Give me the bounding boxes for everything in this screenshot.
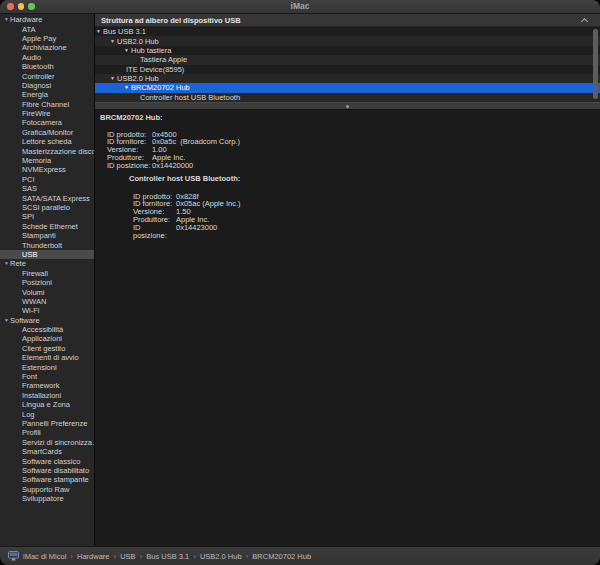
sidebar-item-elementi-di-avvio[interactable]: Elementi di avvio	[0, 353, 94, 362]
sidebar-item-label: Masterizzazione disco	[22, 147, 94, 156]
tree-row-brcm20702-hub[interactable]: ▼BRCM20702 Hub	[95, 83, 600, 92]
sidebar-item-estensioni[interactable]: Estensioni	[0, 362, 94, 371]
sidebar-item-fibre-channel[interactable]: Fibre Channel	[0, 100, 94, 109]
sidebar-item-label: Fibre Channel	[22, 100, 69, 109]
disclosure-triangle-icon[interactable]: ▼	[110, 39, 115, 44]
sidebar-item-firewire[interactable]: FireWire	[0, 109, 94, 118]
sidebar-item-sata-sata-express[interactable]: SATA/SATA Express	[0, 193, 94, 202]
sidebar-item-diagnosi[interactable]: Diagnosi	[0, 81, 94, 90]
sidebar-item-thunderbolt[interactable]: Thunderbolt	[0, 240, 94, 249]
sidebar-item-ata[interactable]: ATA	[0, 24, 94, 33]
sidebar-item-software-stampante[interactable]: Software stampante	[0, 475, 94, 484]
content-pane: Struttura ad albero del dispositivo USB …	[95, 14, 600, 546]
detail-field-id-posizione: ID posizione:0x14420000	[107, 162, 600, 170]
sidebar-section-rete[interactable]: ▼Rete	[0, 259, 94, 268]
sidebar-item-label: Accessibilità	[22, 325, 63, 334]
sidebar-item-profili[interactable]: Profili	[0, 428, 94, 437]
sidebar-item-nvmexpress[interactable]: NVMExpress	[0, 165, 94, 174]
sidebar-item-servizi-di-sincronizza[interactable]: Servizi di sincronizza…	[0, 438, 94, 447]
tree-row-controller-host-usb-bluetooth[interactable]: Controller host USB Bluetooth	[95, 93, 600, 102]
tree-row-usb2-0-hub[interactable]: ▼USB2.0 Hub	[95, 74, 600, 83]
disclosure-triangle-icon[interactable]: ▼	[110, 76, 115, 81]
tree-row-ite-device-8595[interactable]: ITE Device(8595)	[95, 65, 600, 74]
sidebar-section-hardware[interactable]: ▼Hardware	[0, 15, 94, 24]
sidebar-item-stampanti[interactable]: Stampanti	[0, 231, 94, 240]
sidebar-item-installazioni[interactable]: Installazioni	[0, 391, 94, 400]
breadcrumb-item-usb[interactable]: USB	[120, 552, 135, 561]
breadcrumb-item-imac-di-micol[interactable]: iMac di Micol	[23, 552, 66, 561]
disclosure-triangle-icon[interactable]: ▼	[96, 29, 101, 34]
sidebar-item-posizioni[interactable]: Posizioni	[0, 278, 94, 287]
detail-field-label: ID posizione:	[133, 224, 176, 240]
tree-scrollbar[interactable]	[593, 29, 598, 99]
minimize-button[interactable]	[18, 3, 25, 10]
sidebar-item-volumi[interactable]: Volumi	[0, 287, 94, 296]
sidebar-item-usb[interactable]: USB	[0, 250, 94, 259]
tree-row-hub-tastiera[interactable]: ▼Hub tastiera	[95, 46, 600, 55]
disclosure-triangle-icon[interactable]: ▼	[124, 48, 129, 53]
sidebar-item-wwan[interactable]: WWAN	[0, 297, 94, 306]
breadcrumb-item-bus-usb-3-1[interactable]: Bus USB 3.1	[146, 552, 189, 561]
tree-column-header-label: Struttura ad albero del dispositivo USB	[101, 16, 241, 25]
sidebar-item-apple-pay[interactable]: Apple Pay	[0, 34, 94, 43]
sidebar-item-pci[interactable]: PCI	[0, 175, 94, 184]
sidebar-item-lettore-scheda[interactable]: Lettore scheda	[0, 137, 94, 146]
sidebar-item-energia[interactable]: Energia	[0, 90, 94, 99]
disclosure-triangle-icon[interactable]: ▼	[124, 85, 129, 90]
sidebar-item-grafica-monitor[interactable]: Grafica/Monitor	[0, 128, 94, 137]
zoom-button[interactable]	[28, 3, 35, 10]
sidebar-item-applicazioni[interactable]: Applicazioni	[0, 334, 94, 343]
sidebar-item-fotocamera[interactable]: Fotocamera	[0, 118, 94, 127]
sidebar-item-archiviazione[interactable]: Archiviazione	[0, 43, 94, 52]
sidebar-item-log[interactable]: Log	[0, 409, 94, 418]
sidebar-item-wi-fi[interactable]: Wi-Fi	[0, 306, 94, 315]
sidebar-item-audio[interactable]: Audio	[0, 53, 94, 62]
sidebar-item-bluetooth[interactable]: Bluetooth	[0, 62, 94, 71]
sidebar-item-label: Servizi di sincronizza…	[22, 438, 94, 447]
sidebar-item-supporto-raw[interactable]: Supporto Raw	[0, 485, 94, 494]
breadcrumb-item-hardware[interactable]: Hardware	[77, 552, 110, 561]
sidebar-item-label: Energia	[22, 90, 48, 99]
sidebar-item-schede-ethernet[interactable]: Schede Ethernet	[0, 222, 94, 231]
sidebar-item-firewall[interactable]: Firewall	[0, 269, 94, 278]
sidebar-section-label: Hardware	[10, 15, 43, 24]
detail-panel: BRCM20702 Hub:ID prodotto:0x4500ID forni…	[95, 110, 600, 546]
sidebar-item-label: Elementi di avvio	[22, 353, 79, 362]
close-button[interactable]	[7, 3, 14, 10]
tree-row-tastiera-apple[interactable]: Tastiera Apple	[95, 55, 600, 64]
sidebar-item-pannelli-preferenze[interactable]: Pannelli Preferenze	[0, 419, 94, 428]
breadcrumb-separator: ›	[246, 552, 249, 561]
sidebar-item-sas[interactable]: SAS	[0, 184, 94, 193]
sidebar-item-client-gestito[interactable]: Client gestito	[0, 344, 94, 353]
sidebar-item-label: Diagnosi	[22, 81, 51, 90]
sidebar-item-scsi-parallelo[interactable]: SCSI parallelo	[0, 203, 94, 212]
sidebar-item-lingua-e-zona[interactable]: Lingua e Zona	[0, 400, 94, 409]
sidebar-item-label: Memoria	[22, 156, 51, 165]
sidebar-item-software-classico[interactable]: Software classico	[0, 456, 94, 465]
sidebar-item-accessibilit[interactable]: Accessibilità	[0, 325, 94, 334]
tree-column-header[interactable]: Struttura ad albero del dispositivo USB	[95, 14, 600, 27]
sidebar-item-label: Software stampante	[22, 475, 89, 484]
sidebar-item-label: WWAN	[22, 297, 46, 306]
sidebar-item-masterizzazione-disco[interactable]: Masterizzazione disco	[0, 146, 94, 155]
breadcrumb-item-brcm20702-hub[interactable]: BRCM20702 Hub	[252, 552, 311, 561]
sidebar-item-sviluppatore[interactable]: Sviluppatore	[0, 494, 94, 503]
sidebar-section-label: Software	[10, 316, 40, 325]
bottom-bar: iMac di Micol›Hardware›USB›Bus USB 3.1›U…	[0, 546, 600, 565]
sidebar-item-controller[interactable]: Controller	[0, 71, 94, 80]
titlebar[interactable]: iMac	[0, 0, 600, 14]
sidebar-item-font[interactable]: Font	[0, 372, 94, 381]
sidebar-item-label: Software classico	[22, 457, 80, 466]
breadcrumb-item-usb2-0-hub[interactable]: USB2.0 Hub	[200, 552, 242, 561]
tree-row-usb2-0-hub[interactable]: ▼USB2.0 Hub	[95, 36, 600, 45]
sidebar-item-software-disabilitato[interactable]: Software disabilitato	[0, 466, 94, 475]
sidebar-section-software[interactable]: ▼Software	[0, 316, 94, 325]
breadcrumb-separator: ›	[193, 552, 196, 561]
tree-row-bus-usb-3-1[interactable]: ▼Bus USB 3.1	[95, 27, 600, 36]
sidebar-item-spi[interactable]: SPI	[0, 212, 94, 221]
pane-splitter[interactable]	[95, 102, 600, 110]
sidebar-item-memoria[interactable]: Memoria	[0, 156, 94, 165]
sidebar-item-framework[interactable]: Framework	[0, 381, 94, 390]
tree-row-label: USB2.0 Hub	[117, 37, 159, 46]
sidebar-item-smartcards[interactable]: SmartCards	[0, 447, 94, 456]
